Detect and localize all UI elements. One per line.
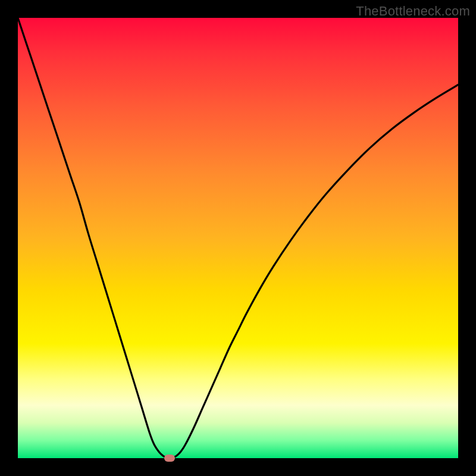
plot-area bbox=[18, 18, 458, 458]
chart-frame: TheBottleneck.com bbox=[0, 0, 476, 476]
optimal-point-marker bbox=[164, 455, 175, 462]
bottleneck-curve bbox=[18, 18, 458, 458]
watermark-text: TheBottleneck.com bbox=[356, 4, 470, 19]
